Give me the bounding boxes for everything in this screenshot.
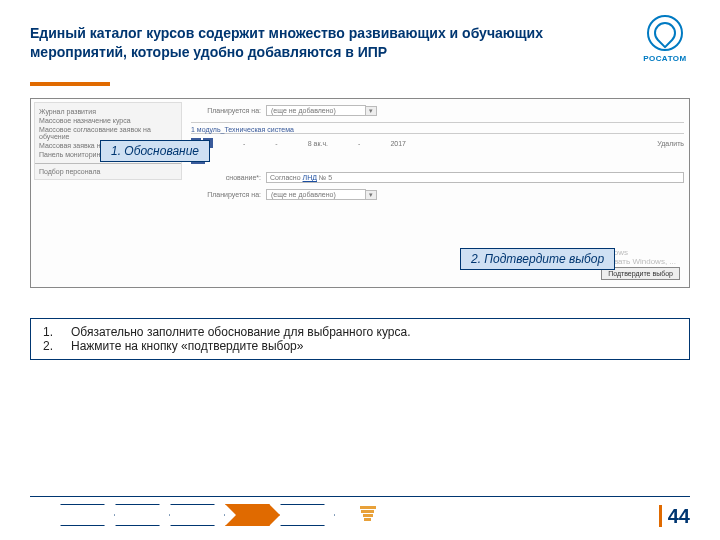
page-number: 44	[659, 505, 690, 530]
justif-link[interactable]: ЛНД	[303, 174, 317, 181]
rosatom-logo: РОСАТОМ	[640, 15, 690, 70]
instr-num: 2.	[43, 339, 71, 353]
sidebar-item[interactable]: Массовое согласование заявок на обучение	[39, 125, 177, 141]
step-icon	[280, 504, 335, 526]
instructions-box: 1.Обязательно заполните обоснование для …	[30, 318, 690, 360]
sidebar-item[interactable]: Журнал развития	[39, 107, 177, 116]
step-icon-active	[225, 504, 280, 526]
plan-select-2[interactable]: (еще не добавлено)	[266, 189, 366, 200]
instr-text: Обязательно заполните обоснование для вы…	[71, 325, 410, 339]
instr-num: 1.	[43, 325, 71, 339]
footer: 44	[30, 496, 690, 530]
group-icon	[191, 154, 684, 164]
page-title: Единый каталог курсов содержит множество…	[30, 24, 640, 60]
progress-chevrons	[60, 504, 335, 526]
chevron-down-icon[interactable]: ▾	[365, 190, 377, 200]
chevron-down-icon[interactable]: ▾	[365, 106, 377, 116]
plan-label: Планируется на:	[191, 107, 261, 114]
step-icon	[170, 504, 225, 526]
justification-input[interactable]: Согласно ЛНД № 5	[266, 172, 684, 183]
instr-text: Нажмите на кнопку «подтвердите выбор»	[71, 339, 303, 353]
logo-label: РОСАТОМ	[643, 54, 686, 63]
module-year: 2017	[390, 140, 406, 147]
module-delete[interactable]: Удалить	[657, 140, 684, 147]
module-title: 1 модуль_Техническая система	[191, 126, 684, 133]
justif-text: № 5	[317, 174, 332, 181]
step-icon	[60, 504, 115, 526]
accent-line	[30, 82, 110, 86]
sidebar-item[interactable]: Подбор персонала	[35, 163, 181, 175]
callout-justification: 1. Обоснование	[100, 140, 210, 162]
justif-text: Согласно	[270, 174, 303, 181]
plan-label-2: Планируется на:	[191, 191, 261, 198]
logo-icon	[647, 15, 683, 51]
step-icon	[115, 504, 170, 526]
funnel-icon	[360, 506, 376, 526]
module-hours: 8 ак.ч.	[308, 140, 328, 147]
justification-label: снование*:	[191, 174, 261, 181]
plan-select[interactable]: (еще не добавлено)	[266, 105, 366, 116]
callout-confirm: 2. Подтвердите выбор	[460, 248, 615, 270]
sidebar-item[interactable]: Массовое назначение курса	[39, 116, 177, 125]
